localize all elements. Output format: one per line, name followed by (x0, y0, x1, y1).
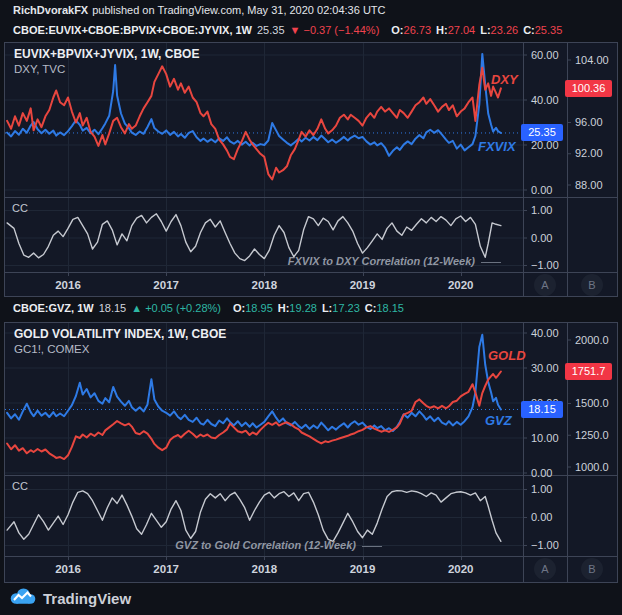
axis-tick-label: 0.00 (531, 184, 552, 196)
series-line-fxvix (7, 54, 501, 156)
tradingview-brand-text[interactable]: TradingView (43, 590, 131, 607)
time-axis-year-label: 2020 (444, 279, 478, 291)
axis-tick-label: 2000.0 (575, 334, 609, 346)
time-axis-year-label: 2018 (247, 563, 281, 575)
gold-volatility-chart: GOLD VOLATILITY INDEX, 1W, CBOE GC1!, CO… (4, 322, 618, 583)
axis-tick-label: 1250.0 (575, 429, 609, 441)
low-value: 23.26 (491, 24, 519, 36)
high-value: 19.28 (289, 302, 317, 314)
pane-title: EUVIX+BPVIX+JYVIX, 1W, CBOE (14, 47, 199, 61)
pane-subtitle: DXY, TVC (14, 63, 65, 75)
axis-tick-label: 10.00 (531, 432, 559, 444)
footer: TradingView (10, 588, 131, 609)
last-price-badge: 25.35 (521, 124, 563, 141)
axis-tick-label: 30.00 (531, 362, 559, 374)
symbol-info-bar-gvz: CBOE:GVZ, 1W18.15▲ +0.05 (+0.28%)O:18.95… (13, 302, 404, 314)
axis-tick-label: 60.00 (531, 49, 559, 61)
open-label: O: (391, 24, 403, 36)
symbol-name: CBOE:EUVIX+CBOE:BPVIX+CBOE:JYVIX, 1W (13, 24, 252, 36)
price-scale-b-button[interactable]: B (581, 558, 603, 580)
last-price: 18.15 (99, 302, 127, 314)
low-value: 17.23 (332, 302, 360, 314)
price-change: ▲ +0.05 (+0.28%) (131, 302, 221, 314)
price-change: ▼ −0.37 (−1.44%) (290, 24, 380, 36)
series-line-fxvix-to-dxy-correlation (7, 214, 501, 261)
correlation-annotation: FXVIX to DXY Correlation (12-Week) (288, 255, 501, 267)
time-axis-year-label: 2016 (51, 279, 85, 291)
last-price: 25.35 (257, 24, 285, 36)
high-value: 27.04 (448, 24, 476, 36)
series-label-dxy: DXY (491, 72, 518, 87)
axis-tick-label: 40.00 (531, 327, 559, 339)
close-label: C: (365, 302, 377, 314)
correlation-pane-label: CC (12, 480, 28, 492)
series-label-fxvix: FXVIX (478, 139, 516, 154)
axis-tick-label: 0.00 (531, 467, 552, 479)
last-price-badge: 18.15 (521, 401, 563, 418)
close-value: 25.35 (535, 24, 563, 36)
open-label: O: (233, 302, 245, 314)
axis-tick-label: 1000.0 (575, 461, 609, 473)
axis-tick-label: 0.00 (531, 232, 552, 244)
series-line-gvz-to-gold-correlation (7, 491, 501, 542)
time-axis-year-label: 2019 (346, 279, 380, 291)
axis-tick-label: 1.00 (531, 483, 552, 495)
price-scale-a-button[interactable]: A (534, 274, 556, 296)
last-price-badge: 1751.7 (565, 363, 612, 380)
low-label: L: (480, 24, 490, 36)
axis-tick-label: 1500.0 (575, 397, 609, 409)
symbol-name: CBOE:GVZ, 1W (13, 302, 94, 314)
price-scale-b-button[interactable]: B (581, 274, 603, 296)
axis-tick-label: 92.00 (575, 147, 603, 159)
high-label: H: (436, 24, 448, 36)
pane-title: GOLD VOLATILITY INDEX, 1W, CBOE (14, 327, 226, 341)
high-label: H: (278, 302, 290, 314)
time-axis-year-label: 2016 (51, 563, 85, 575)
time-axis-year-label: 2017 (149, 563, 183, 575)
low-label: L: (322, 302, 332, 314)
time-axis-year-label: 2017 (149, 279, 183, 291)
time-axis-year-label: 2018 (247, 279, 281, 291)
axis-tick-label: 88.00 (575, 179, 603, 191)
open-value: 26.73 (404, 24, 432, 36)
correlation-annotation: GVZ to Gold Correlation (12-Week) (175, 539, 382, 551)
axis-tick-label: 104.00 (575, 54, 609, 66)
axis-tick-label: 1.00 (531, 204, 552, 216)
open-value: 18.95 (245, 302, 273, 314)
tradingview-snapshot: RichDvorakFXpublished on TradingView.com… (0, 0, 622, 615)
author-name: RichDvorakFX (13, 4, 88, 16)
axis-tick-label: 40.00 (531, 94, 559, 106)
publish-credit-line: RichDvorakFXpublished on TradingView.com… (13, 4, 386, 16)
last-price-badge: 100.36 (565, 80, 612, 97)
correlation-pane-label: CC (12, 202, 28, 214)
axis-tick-label: 0.00 (531, 511, 552, 523)
publish-info: published on TradingView.com, May 31, 20… (92, 4, 385, 16)
close-label: C: (523, 24, 535, 36)
tradingview-logo-icon (10, 588, 36, 609)
axis-tick-label: −1.00 (531, 539, 559, 551)
pane-subtitle: GC1!, COMEX (14, 343, 89, 355)
time-axis-year-label: 2020 (444, 563, 478, 575)
close-value: 18.15 (376, 302, 404, 314)
time-axis-year-label: 2019 (346, 563, 380, 575)
axis-tick-label: 96.00 (575, 116, 603, 128)
price-scale-a-button[interactable]: A (534, 558, 556, 580)
fx-volatility-chart: EUVIX+BPVIX+JYVIX, 1W, CBOE DXY, TVC CC … (4, 42, 618, 297)
symbol-info-bar-fx: CBOE:EUVIX+CBOE:BPVIX+CBOE:JYVIX, 1W25.3… (13, 24, 562, 36)
series-label-gvz: GVZ (485, 413, 512, 428)
series-label-gold: GOLD (488, 348, 526, 363)
axis-tick-label: −1.00 (531, 259, 559, 271)
series-line-dxy (7, 66, 501, 179)
